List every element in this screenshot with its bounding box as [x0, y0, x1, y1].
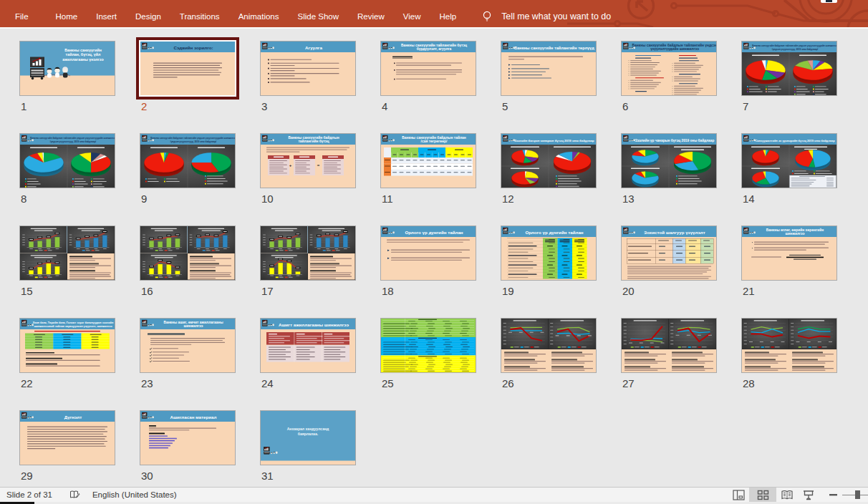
text-line [90, 334, 102, 335]
slide-thumbnail-30[interactable]: Ашигласан материал [140, 411, 235, 465]
window-corner-icon[interactable] [821, 0, 837, 3]
text-line [151, 228, 177, 229]
zoom-out-button[interactable] [824, 488, 842, 502]
text-line [630, 80, 653, 81]
slide-thumbnail-31[interactable]: Анхаарал хандуулсандбаярлалаа. [261, 411, 355, 465]
slide-body [140, 52, 235, 95]
slide-thumbnail-13[interactable]: Зээлийн үр чанарын бүтэц 2019 оны байдла… [622, 134, 716, 188]
slide-thumbnail-11[interactable]: Банкны санхүүгийн байдлын тайлан/сая төг… [381, 134, 476, 188]
text-line [153, 358, 179, 359]
text-line [27, 178, 37, 179]
slide-thumbnail-17[interactable] [261, 226, 355, 280]
text-line [689, 260, 695, 261]
text-line [153, 361, 190, 362]
slide-thumbnail-29[interactable]: Дүгнэлт [20, 411, 115, 465]
slide-thumbnail-20[interactable]: Зохистой шалгуур үзүүлэлт [622, 226, 716, 280]
slide-cell-14: Санхүүжилтийн эх үүсвэрийн бүтэц 2019 он… [742, 134, 836, 205]
slide-thumbnail-4[interactable]: Банкны санхүүгийн тайлангийн бүтэцбүрдүү… [381, 42, 476, 95]
text-line [324, 347, 345, 348]
menu-design[interactable]: Design [126, 6, 170, 27]
text-line [167, 248, 170, 249]
text-line [577, 264, 582, 265]
text-line [324, 352, 345, 352]
text-line [445, 328, 453, 329]
language-label[interactable]: English (United States) [92, 490, 177, 499]
text-line [670, 326, 674, 327]
slide-thumbnail-27[interactable] [622, 319, 716, 372]
text-line [504, 356, 537, 357]
svg-text:Ашигласан материал: Ашигласан материал [170, 415, 216, 420]
slide-thumbnail-16[interactable] [140, 226, 235, 280]
slide-thumbnail-1[interactable]: Банкны санхүүгийнтайлан, бүтэц, үйлажилл… [20, 42, 115, 95]
slide-thumbnail-6[interactable]: Банкны санхүүгийн байдлын тайлангийн үнд… [622, 42, 716, 95]
menu-home[interactable]: Home [47, 6, 87, 27]
slide-thumbnail-18[interactable]: Орлого үр дүнгийн тайлан [381, 226, 476, 280]
zoom-slider-handle[interactable] [855, 490, 860, 499]
slide-thumbnail-24[interactable]: Ашигт ажиллагааны шинжилгээ [261, 319, 355, 372]
menu-animations[interactable]: Animations [229, 6, 289, 27]
slideshow-view-button[interactable] [798, 488, 819, 502]
text-line [679, 58, 698, 59]
text-line [676, 246, 683, 247]
text-line [463, 328, 470, 329]
menu-review[interactable]: Review [348, 6, 394, 27]
slide-thumbnail-28[interactable] [742, 319, 836, 372]
text-line [410, 371, 418, 372]
text-line [679, 83, 698, 84]
slide-thumbnail-2[interactable]: Сэдвийн зорилго: [140, 42, 235, 95]
slide-thumbnail-15[interactable] [20, 226, 115, 280]
menu-slide-show[interactable]: Slide Show [289, 6, 349, 27]
text-line [625, 361, 666, 362]
text-line [630, 67, 655, 67]
text-line [508, 264, 537, 265]
text-line [143, 269, 145, 270]
spell-check-icon[interactable] [69, 490, 80, 500]
text-line [674, 94, 697, 94]
slide-thumbnail-9[interactable]: Банкны санхүүгийн байдлын тайлангийн үнд… [140, 134, 235, 188]
slide-thumbnail-14[interactable]: Санхүүжилтийн эх үүсвэрийн бүтэц 2019 он… [742, 134, 836, 188]
slide-thumbnail-21[interactable]: Банкны өглөг, өөрийн хөрөнгийншинжилгээ [742, 226, 836, 280]
text-line [744, 344, 748, 344]
tell-me-box[interactable]: Tell me what you want to do [482, 11, 611, 23]
text-line [826, 180, 834, 180]
text-line [460, 362, 468, 363]
slide-thumbnail-19[interactable]: Орлого үр дүнгийн тайлан [501, 226, 596, 280]
slide-thumbnail-26[interactable] [501, 319, 596, 372]
text-line [410, 360, 418, 361]
text-line [755, 346, 760, 347]
slide-cell-24: Ашигт ажиллагааны шинжилгээ 24 [261, 319, 355, 389]
reading-view-button[interactable] [776, 488, 798, 502]
text-line [624, 334, 627, 334]
slide-count-label[interactable]: Slide 2 of 31 [6, 490, 52, 499]
text-line [159, 277, 163, 278]
text-line [445, 342, 452, 343]
text-line [630, 71, 661, 72]
slide-thumbnail-5[interactable]: Банкны санхүүгийн тайлангийн төрлүүд [501, 42, 596, 95]
text-line [672, 359, 698, 360]
slide-thumbnail-8[interactable]: Банкны санхүүгийн байдлын тайлангийн үнд… [20, 134, 115, 188]
text-line [745, 363, 778, 364]
text-line [816, 173, 832, 174]
menu-help[interactable]: Help [430, 6, 466, 27]
slide-sorter-view-button[interactable] [749, 488, 776, 502]
slide-thumbnail-10[interactable]: Банкны санхүүгийн байдлынтайлангийн бүтэ… [261, 134, 355, 188]
slide-thumbnail-22[interactable]: Хаан банк, Төрийн банк, Голомт зэрэг бан… [20, 319, 115, 372]
zoom-slider[interactable] [842, 488, 868, 502]
text-line [387, 242, 463, 243]
slide-body [381, 237, 476, 280]
menu-transitions[interactable]: Transitions [170, 6, 229, 27]
text-line [202, 231, 221, 231]
slide-thumbnail-12[interactable]: Зээлийн багцын чанарын бүтэц 2019 оны ба… [501, 134, 596, 188]
slide-thumbnail-3[interactable]: Агуулга [261, 42, 355, 95]
menu-insert[interactable]: Insert [87, 6, 126, 27]
normal-view-button[interactable] [728, 488, 749, 502]
menu-view[interactable]: View [394, 6, 430, 27]
slide-thumbnail-25[interactable] [381, 319, 476, 372]
menu-file[interactable]: File [6, 6, 38, 27]
text-line [269, 163, 284, 163]
pie-chart [24, 152, 63, 176]
slide-cell-28: 28 [742, 319, 836, 389]
slide-thumbnail-7[interactable]: Банкны санхүүгийн байдлын тайлангийн үнд… [742, 42, 836, 95]
text-line [672, 352, 703, 353]
slide-thumbnail-23[interactable]: Банкны ашиг, өмчит ажиллагаанышинжилгээ [140, 319, 235, 372]
